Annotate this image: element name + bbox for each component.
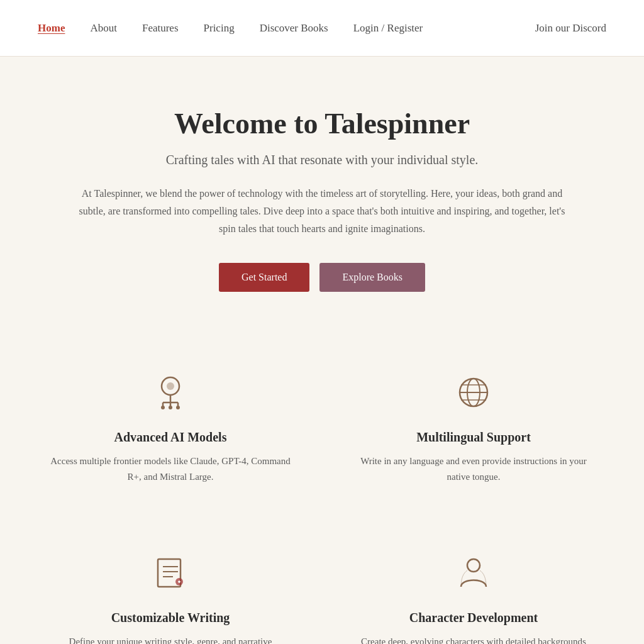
nav-item-features[interactable]: Features (142, 22, 179, 35)
feature-title-writing: Customizable Writing (50, 611, 291, 625)
svg-point-8 (169, 406, 172, 409)
svg-point-9 (176, 406, 180, 409)
svg-point-22 (467, 559, 480, 572)
feature-desc-multilingual: Write in any language and even provide i… (353, 453, 594, 485)
character-icon (448, 548, 499, 598)
feature-desc-character: Create deep, evolving characters with de… (353, 634, 594, 645)
nav-item-home[interactable]: Home (38, 22, 65, 35)
svg-point-1 (167, 382, 174, 390)
feature-card-writing: Customizable Writing Define your unique … (38, 535, 303, 645)
features-section: Advanced AI Models Access multiple front… (0, 330, 644, 644)
feature-card-multilingual: Multilingual Support Write in any langua… (341, 355, 606, 497)
feature-desc-writing: Define your unique writing style, genre,… (50, 634, 291, 645)
hero-buttons: Get Started Explore Books (63, 263, 581, 292)
feature-title-multilingual: Multilingual Support (353, 430, 594, 445)
feature-card-character: Character Development Create deep, evolv… (341, 535, 606, 645)
hero-subtitle: Crafting tales with AI that resonate wit… (63, 153, 581, 167)
hero-title: Welcome to Talespinner (63, 107, 581, 140)
nav-item-about[interactable]: About (90, 22, 117, 35)
feature-desc-ai-models: Access multiple frontier models like Cla… (50, 453, 291, 485)
hero-section: Welcome to Talespinner Crafting tales wi… (0, 57, 644, 330)
multilingual-icon (448, 367, 499, 418)
nav-item-login-register[interactable]: Login / Register (353, 22, 423, 35)
navbar: Home About Features Pricing Discover Boo… (0, 0, 644, 57)
explore-books-button[interactable]: Explore Books (319, 263, 425, 292)
writing-icon (145, 548, 196, 598)
ai-models-icon (145, 367, 196, 418)
svg-point-7 (161, 406, 165, 409)
feature-title-character: Character Development (353, 611, 594, 625)
get-started-button[interactable]: Get Started (219, 263, 309, 292)
feature-title-ai-models: Advanced AI Models (50, 430, 291, 445)
feature-card-ai-models: Advanced AI Models Access multiple front… (38, 355, 303, 497)
nav-item-discover-books[interactable]: Discover Books (260, 22, 328, 35)
nav-item-discord[interactable]: Join our Discord (535, 22, 606, 35)
hero-description: At Talespinner, we blend the power of te… (77, 185, 567, 238)
nav-item-pricing[interactable]: Pricing (204, 22, 235, 35)
